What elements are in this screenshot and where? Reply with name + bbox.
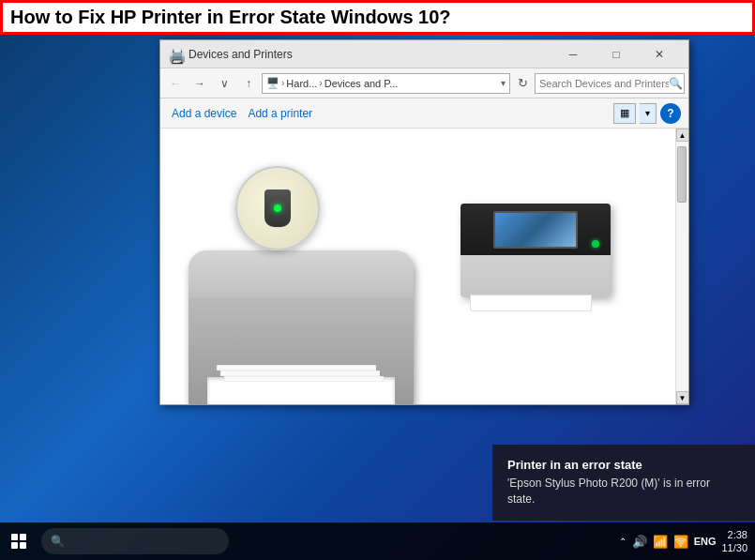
old-printer-illustration: [179, 147, 423, 404]
taskbar-search-placeholder: 🔍: [51, 535, 65, 548]
notification-title: Printer in an error state: [507, 458, 740, 472]
power-circle: [235, 166, 320, 250]
up-button[interactable]: ↑: [237, 72, 260, 95]
path-dropdown-icon[interactable]: ▾: [501, 78, 506, 88]
window-icon: 🖨️: [168, 47, 183, 62]
content-area: ▲ ▼: [160, 129, 688, 404]
refresh-button[interactable]: ↻: [512, 73, 533, 94]
toolbar: Add a device Add a printer ▦ ▾ ?: [160, 98, 688, 129]
address-bar: ← → ∨ ↑ 🖥️ › Hard... › Devices and P... …: [160, 68, 688, 98]
view-mode-button[interactable]: ▦: [613, 103, 636, 124]
scroll-up-arrow[interactable]: ▲: [676, 129, 689, 142]
back-button[interactable]: ←: [164, 72, 187, 95]
path-dropdown-button[interactable]: ∨: [213, 72, 235, 95]
window-titlebar: 🖨️ Devices and Printers ─ □ ✕: [160, 40, 688, 68]
paper-sheet-3: [224, 376, 384, 382]
path-current: Devices and P...: [325, 78, 399, 89]
scroll-track[interactable]: [676, 142, 689, 391]
page-title: How to Fix HP Printer in Error State Win…: [10, 7, 745, 28]
language-indicator[interactable]: ENG: [694, 536, 717, 547]
modern-printer-led: [592, 240, 599, 248]
printer-body: [189, 250, 414, 404]
power-button: [264, 189, 291, 227]
main-content: [160, 129, 675, 404]
minimize-button[interactable]: ─: [551, 40, 595, 68]
modern-printer-top-panel: [461, 204, 611, 255]
scrollbar[interactable]: ▲ ▼: [675, 129, 688, 404]
notification-body: 'Epson Stylus Photo R200 (M)' is in erro…: [507, 476, 740, 507]
scroll-down-arrow[interactable]: ▼: [676, 391, 689, 404]
network-icon[interactable]: 📶: [653, 535, 668, 549]
path-icon: 🖥️: [266, 77, 279, 89]
view-dropdown-button[interactable]: ▾: [640, 103, 657, 124]
address-path: 🖥️ › Hard... › Devices and P... ▾: [262, 73, 510, 94]
printer-top: [189, 250, 414, 297]
add-device-button[interactable]: Add a device: [168, 105, 240, 122]
window-controls: ─ □ ✕: [551, 40, 681, 68]
clock-date: 11/30: [721, 541, 747, 554]
system-clock[interactable]: 2:38 11/30: [721, 528, 747, 555]
modern-printer-illustration: [461, 204, 611, 325]
maximize-button[interactable]: □: [595, 40, 638, 68]
clock-time: 2:38: [728, 528, 747, 541]
help-button[interactable]: ?: [660, 103, 681, 124]
window-title-text: Devices and Printers: [189, 48, 551, 61]
search-input[interactable]: [539, 78, 669, 89]
start-icon: [11, 534, 26, 549]
tray-chevron-icon[interactable]: ⌃: [619, 537, 627, 547]
modern-printer-screen: [493, 211, 578, 249]
search-box[interactable]: 🔍: [535, 73, 685, 94]
volume-icon[interactable]: 🔊: [632, 535, 647, 549]
path-prefix: Hard...: [286, 78, 317, 89]
power-led: [274, 204, 281, 212]
start-button[interactable]: [0, 522, 38, 560]
taskbar: 🔍 ⌃ 🔊 📶 🛜 ENG 2:38 11/30: [0, 522, 755, 560]
forward-button[interactable]: →: [189, 72, 211, 95]
scroll-thumb[interactable]: [677, 146, 687, 203]
modern-printer-paper-output: [470, 295, 592, 311]
paper-sheets: [217, 363, 385, 382]
path-arrow-2: ›: [319, 78, 322, 88]
devices-and-printers-window: 🖨️ Devices and Printers ─ □ ✕ ← → ∨ ↑ 🖥️…: [159, 39, 689, 405]
search-icon: 🔍: [669, 77, 683, 90]
printer-error-notification: Printer in an error state 'Epson Stylus …: [492, 445, 755, 521]
wifi-icon[interactable]: 🛜: [673, 535, 688, 549]
taskbar-search[interactable]: 🔍: [41, 528, 229, 554]
modern-printer-body: [461, 204, 611, 297]
title-banner: How to Fix HP Printer in Error State Win…: [0, 0, 755, 35]
system-tray: ⌃ 🔊 📶 🛜 ENG 2:38 11/30: [619, 528, 755, 555]
path-arrow-1: ›: [281, 78, 284, 88]
close-button[interactable]: ✕: [638, 40, 681, 68]
add-printer-button[interactable]: Add a printer: [244, 105, 316, 122]
